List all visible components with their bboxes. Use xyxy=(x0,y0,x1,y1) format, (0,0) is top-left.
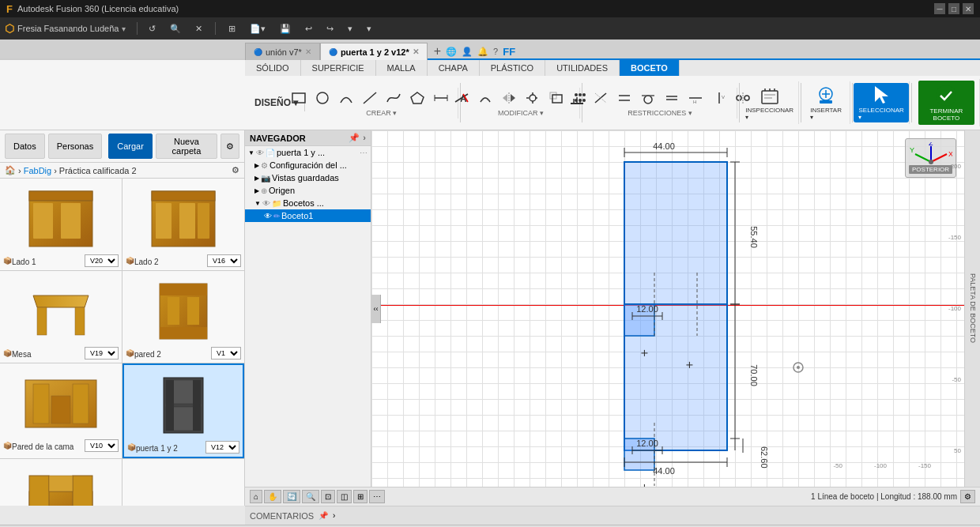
nav-bocetos-eye[interactable]: 👁 xyxy=(262,199,270,208)
thumb-pared2[interactable]: 📦 pared 2 V1 xyxy=(122,271,244,363)
menu-grid[interactable]: ⊞ xyxy=(222,21,242,36)
spline-tool-btn[interactable] xyxy=(383,89,405,107)
inspect-btn[interactable]: INSPECCIONAR ▾ xyxy=(741,83,798,122)
nav-chevron-btn[interactable]: › xyxy=(363,133,366,143)
nav-help-btn[interactable]: ? xyxy=(493,47,498,56)
ribbon-tab-chapa[interactable]: CHAPA xyxy=(428,60,480,76)
ribbon-tab-solido[interactable]: SÓLIDO xyxy=(245,60,301,76)
breadcrumb-settings-icon[interactable]: ⚙ xyxy=(232,165,239,175)
nav-origen-expand[interactable]: ▶ xyxy=(254,187,259,194)
rect-tool-btn[interactable] xyxy=(288,89,310,107)
menu-action1[interactable]: 📄▾ xyxy=(243,21,272,36)
fix-btn[interactable] xyxy=(566,89,588,107)
parallel-btn[interactable] xyxy=(613,89,635,107)
insert-btn[interactable]: INSERTAR ▾ xyxy=(805,83,846,122)
tab-union-close[interactable]: ✕ xyxy=(305,47,311,56)
add-tab-btn[interactable]: + xyxy=(434,44,441,58)
mesa-version-select[interactable]: V19 xyxy=(85,347,119,359)
menu-search[interactable]: 🔍 xyxy=(164,21,187,36)
breadcrumb-home-icon[interactable]: 🏠 xyxy=(5,165,16,175)
vert-btn[interactable]: V xyxy=(708,89,730,107)
scale-btn[interactable] xyxy=(545,89,567,107)
nav-item-config[interactable]: ▶ ⚙ Configuración del ... xyxy=(245,159,371,171)
view-orbit-btn[interactable]: 🔄 xyxy=(283,490,300,503)
nav-root-expand[interactable]: ▼ xyxy=(248,149,254,156)
nav-root-menu[interactable]: ⋯ xyxy=(360,149,368,157)
nav-bocetos-expand[interactable]: ▼ xyxy=(254,200,261,207)
thumb-union[interactable]: 📦 unión V7 xyxy=(0,459,122,506)
horiz-btn[interactable]: H xyxy=(684,89,707,107)
canvas-area[interactable]: 44.00 55.40 12.00 70.00 xyxy=(371,130,980,487)
menu-refresh[interactable]: ↺ xyxy=(142,21,162,36)
datos-btn[interactable]: Datos xyxy=(5,134,45,159)
view-display-btn[interactable]: ◫ xyxy=(337,490,352,503)
nav-ff-btn[interactable]: FF xyxy=(503,46,515,58)
offset-btn[interactable] xyxy=(474,89,496,107)
menu-redo[interactable]: ↪ xyxy=(320,21,340,36)
nav-globe-btn[interactable]: 🌐 xyxy=(446,47,457,57)
view-grid-btn[interactable]: ⊞ xyxy=(353,490,368,503)
perp-btn[interactable] xyxy=(590,89,612,107)
menu-close[interactable]: ✕ xyxy=(189,21,209,36)
puerta12-version-select[interactable]: V12 xyxy=(205,441,239,454)
tab-puerta-close[interactable]: ✕ xyxy=(413,47,419,56)
dim-tool-btn[interactable] xyxy=(430,89,452,107)
thumb-lado1[interactable]: 📦 Lado 1 V20 xyxy=(0,179,122,270)
tab-puerta[interactable]: 🔵 puerta 1 y 2 v12* ✕ xyxy=(320,43,428,60)
nav-vistas-expand[interactable]: ▶ xyxy=(254,175,259,182)
nav-item-boceto1[interactable]: 👁 ✏ Boceto1 xyxy=(245,209,371,222)
view-pan-btn[interactable]: ✋ xyxy=(264,490,281,503)
nav-item-bocetos[interactable]: ▼ 👁 📁 Bocetos ... xyxy=(245,197,371,209)
view-fit-btn[interactable]: ⊡ xyxy=(321,490,335,503)
thumb-lado2[interactable]: 📦 Lado 2 V16 xyxy=(122,179,244,270)
finish-sketch-btn[interactable]: TERMINAR BOCETO xyxy=(918,81,974,125)
nav-boceto1-eye[interactable]: 👁 xyxy=(264,212,272,220)
paredcama-version-select[interactable]: V10 xyxy=(85,439,119,452)
nav-item-vistas[interactable]: ▶ 📷 Vistas guardadas xyxy=(245,171,371,184)
trim-btn[interactable] xyxy=(450,89,473,107)
nav-acct-btn[interactable]: 👤 xyxy=(462,47,473,57)
nueva-carpeta-btn[interactable]: Nueva carpeta xyxy=(156,134,217,159)
move-btn[interactable] xyxy=(522,89,544,107)
ribbon-tab-boceto[interactable]: BOCETO xyxy=(620,60,680,76)
thumb-mesa[interactable]: 📦 Mesa V19 xyxy=(0,271,122,363)
pared2-version-select[interactable]: V1 xyxy=(211,347,241,359)
view-more-btn[interactable]: ⋯ xyxy=(369,490,385,503)
lado2-version-select[interactable]: V16 xyxy=(207,254,241,267)
view-home-btn[interactable]: ⌂ xyxy=(250,490,262,503)
nav-config-expand[interactable]: ▶ xyxy=(254,162,259,169)
arc-tool-btn[interactable] xyxy=(335,89,357,107)
nav-item-origen[interactable]: ▶ ⊕ Origen xyxy=(245,184,371,197)
collapse-nav-btn[interactable]: ‹‹ xyxy=(371,295,381,323)
polygon-tool-btn[interactable] xyxy=(406,89,428,107)
circle-tool-btn[interactable] xyxy=(311,89,334,107)
select-btn[interactable]: SELECCIONAR ▾ xyxy=(854,83,908,122)
thumb-puerta12[interactable]: 📦 puerta 1 y 2 V12 xyxy=(122,363,244,458)
thumb-paredcama[interactable]: 📦 Pared de la cama V10 xyxy=(0,363,122,458)
menu-undo-drop[interactable]: ▾ xyxy=(341,21,359,36)
cargar-btn[interactable]: Cargar xyxy=(108,134,153,159)
nav-pin-btn[interactable]: 📌 xyxy=(349,133,360,143)
breadcrumb-fabdig[interactable]: FabDig xyxy=(24,166,51,175)
minimize-button[interactable]: ─ xyxy=(934,3,945,14)
lado1-version-select[interactable]: V20 xyxy=(85,254,119,267)
menu-save[interactable]: 💾 xyxy=(273,21,297,36)
nav-bell-btn[interactable]: 🔔 xyxy=(477,47,488,57)
close-button[interactable]: ✕ xyxy=(963,3,974,14)
ribbon-tab-plastico[interactable]: PLÁSTICO xyxy=(480,60,545,76)
menu-redo-drop[interactable]: ▾ xyxy=(360,21,378,36)
line-tool-btn[interactable] xyxy=(359,89,381,107)
menu-undo[interactable]: ↩ xyxy=(299,21,318,36)
ribbon-tab-malla[interactable]: MALLA xyxy=(376,60,428,76)
comments-expand-icon[interactable]: › xyxy=(333,511,335,520)
comments-pin-icon[interactable]: 📌 xyxy=(318,511,328,520)
view-zoom-btn[interactable]: 🔍 xyxy=(302,490,319,503)
equal-btn[interactable] xyxy=(661,89,683,107)
settings-canvas-btn[interactable]: ⚙ xyxy=(960,490,975,503)
mirror-btn[interactable] xyxy=(498,89,520,107)
settings-btn[interactable]: ⚙ xyxy=(220,134,239,159)
nav-item-root[interactable]: ▼ 👁 📄 puerta 1 y ... ⋯ xyxy=(245,146,371,159)
nav-root-eye[interactable]: 👁 xyxy=(256,149,264,157)
personas-btn[interactable]: Personas xyxy=(48,134,102,159)
tab-union[interactable]: 🔵 unión v7* ✕ xyxy=(245,43,320,60)
